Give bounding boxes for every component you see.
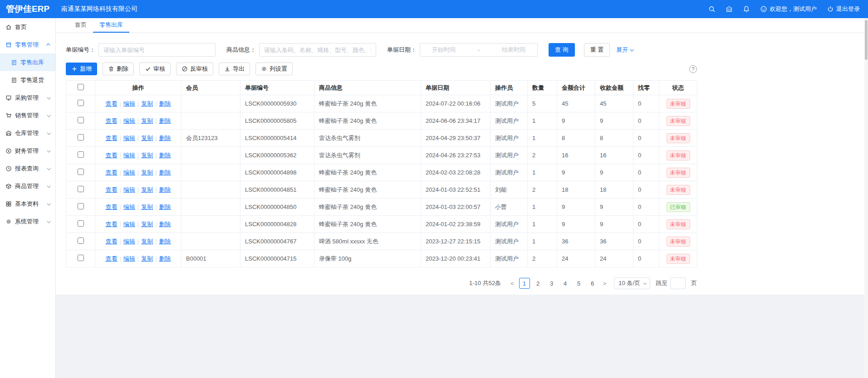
- row-action-edit[interactable]: 编辑: [123, 238, 135, 245]
- cell-select: [66, 181, 95, 199]
- row-checkbox[interactable]: [78, 169, 84, 175]
- row-action-edit[interactable]: 编辑: [123, 135, 135, 141]
- sidebar-subitem-retail-outbound[interactable]: 零售出库: [0, 53, 55, 71]
- row-action-copy[interactable]: 复制: [141, 186, 153, 193]
- row-action-delete[interactable]: 删除: [159, 204, 171, 210]
- row-action-view[interactable]: 查看: [105, 238, 117, 245]
- row-action-edit[interactable]: 编辑: [123, 152, 135, 159]
- row-action-delete[interactable]: 删除: [159, 135, 171, 141]
- scrollbar[interactable]: [864, 18, 868, 378]
- sidebar-item-sales[interactable]: 销售管理: [0, 107, 55, 124]
- sidebar-item-goods[interactable]: 商品管理: [0, 177, 55, 195]
- sidebar-item-retail[interactable]: 零售管理: [0, 36, 55, 53]
- row-action-edit[interactable]: 编辑: [123, 100, 135, 107]
- search-icon[interactable]: [708, 5, 716, 13]
- row-action-view[interactable]: 查看: [105, 100, 117, 107]
- help-icon[interactable]: ?: [689, 65, 697, 73]
- tab-home[interactable]: 首页: [69, 18, 93, 33]
- row-action-delete[interactable]: 删除: [159, 100, 171, 107]
- row-action-edit[interactable]: 编辑: [123, 204, 135, 210]
- page-number-1[interactable]: 1: [519, 278, 530, 289]
- page-number-5[interactable]: 5: [574, 278, 584, 289]
- delete-button-label: 删除: [117, 65, 128, 73]
- page-number-6[interactable]: 6: [587, 278, 598, 289]
- row-action-delete[interactable]: 删除: [159, 186, 171, 193]
- row-action-view[interactable]: 查看: [105, 204, 117, 210]
- cell-qty: 2: [528, 147, 557, 164]
- row-action-view[interactable]: 查看: [105, 152, 117, 159]
- page-number-4[interactable]: 4: [560, 278, 571, 289]
- row-action-edit[interactable]: 编辑: [123, 186, 135, 193]
- row-checkbox[interactable]: [78, 117, 84, 123]
- row-checkbox[interactable]: [78, 134, 84, 141]
- page-number-2[interactable]: 2: [533, 278, 544, 289]
- row-action-copy[interactable]: 复制: [141, 238, 153, 245]
- row-action-view[interactable]: 查看: [105, 117, 117, 124]
- delete-button[interactable]: 删除: [103, 63, 134, 75]
- unaudit-button[interactable]: 反审核: [176, 63, 213, 75]
- sidebar-item-reports[interactable]: 报表查询: [0, 160, 55, 177]
- sidebar-item-system[interactable]: 系统管理: [0, 213, 55, 230]
- row-action-view[interactable]: 查看: [105, 255, 117, 262]
- export-button[interactable]: 导出: [219, 63, 250, 75]
- product-info-input[interactable]: [259, 43, 376, 57]
- row-action-copy[interactable]: 复制: [141, 135, 153, 141]
- reset-button[interactable]: 重 置: [584, 43, 610, 57]
- cell-member: [181, 95, 240, 112]
- row-action-view[interactable]: 查看: [105, 135, 117, 141]
- row-action-delete[interactable]: 删除: [159, 221, 171, 228]
- prev-page-button[interactable]: <: [508, 280, 516, 287]
- sidebar-item-home[interactable]: 首页: [0, 18, 55, 36]
- row-action-edit[interactable]: 编辑: [123, 117, 135, 124]
- welcome-user[interactable]: 欢迎您，测试用户: [760, 5, 817, 13]
- logout-button[interactable]: 退出登录: [827, 5, 860, 13]
- page-number-3[interactable]: 3: [546, 278, 557, 289]
- row-action-copy[interactable]: 复制: [141, 152, 153, 159]
- bell-icon[interactable]: [743, 5, 750, 13]
- page-size-select[interactable]: 10 条/页: [614, 277, 650, 289]
- row-checkbox[interactable]: [78, 151, 84, 158]
- row-action-edit[interactable]: 编辑: [123, 255, 135, 262]
- row-action-copy[interactable]: 复制: [141, 221, 153, 228]
- bill-no-input[interactable]: [98, 43, 216, 57]
- tab-retail-outbound[interactable]: 零售出库: [93, 18, 129, 33]
- row-action-delete[interactable]: 删除: [159, 169, 171, 176]
- row-action-copy[interactable]: 复制: [141, 100, 153, 107]
- row-action-copy[interactable]: 复制: [141, 255, 153, 262]
- search-button[interactable]: 查 询: [549, 43, 575, 57]
- row-action-delete[interactable]: 删除: [159, 238, 171, 245]
- sidebar-item-purchase[interactable]: 采购管理: [0, 89, 55, 107]
- audit-button[interactable]: 审核: [139, 63, 171, 75]
- row-checkbox[interactable]: [78, 220, 84, 227]
- row-action-copy[interactable]: 复制: [141, 204, 153, 210]
- sidebar-item-finance[interactable]: 财务管理: [0, 142, 55, 160]
- cell-qty: 1: [528, 130, 557, 147]
- row-action-delete[interactable]: 删除: [159, 117, 171, 124]
- sidebar-subitem-retail-return[interactable]: 零售退货: [0, 71, 55, 89]
- row-action-edit[interactable]: 编辑: [123, 221, 135, 228]
- row-action-view[interactable]: 查看: [105, 186, 117, 193]
- next-page-button[interactable]: >: [601, 280, 609, 287]
- columns-button[interactable]: 列设置: [255, 63, 293, 75]
- row-action-copy[interactable]: 复制: [141, 117, 153, 124]
- row-action-copy[interactable]: 复制: [141, 169, 153, 176]
- row-checkbox[interactable]: [78, 186, 84, 192]
- select-all-checkbox[interactable]: [78, 84, 84, 90]
- add-button[interactable]: 新增: [66, 63, 97, 75]
- scrollbar-thumb[interactable]: [865, 20, 868, 60]
- row-action-view[interactable]: 查看: [105, 169, 117, 176]
- row-action-delete[interactable]: 删除: [159, 152, 171, 159]
- row-checkbox[interactable]: [78, 237, 84, 244]
- row-checkbox[interactable]: [78, 100, 84, 106]
- row-action-delete[interactable]: 删除: [159, 255, 171, 262]
- jump-page-input[interactable]: [670, 277, 686, 289]
- row-action-edit[interactable]: 编辑: [123, 169, 135, 176]
- expand-link[interactable]: 展开: [616, 46, 633, 54]
- row-checkbox[interactable]: [78, 255, 84, 261]
- bank-icon[interactable]: [726, 5, 733, 13]
- row-action-view[interactable]: 查看: [105, 221, 117, 228]
- sidebar-item-warehouse[interactable]: 仓库管理: [0, 124, 55, 142]
- date-range-picker[interactable]: 开始时间 ~ 结束时间: [420, 43, 538, 57]
- sidebar-item-basic[interactable]: 基本资料: [0, 195, 55, 213]
- row-checkbox[interactable]: [78, 203, 84, 209]
